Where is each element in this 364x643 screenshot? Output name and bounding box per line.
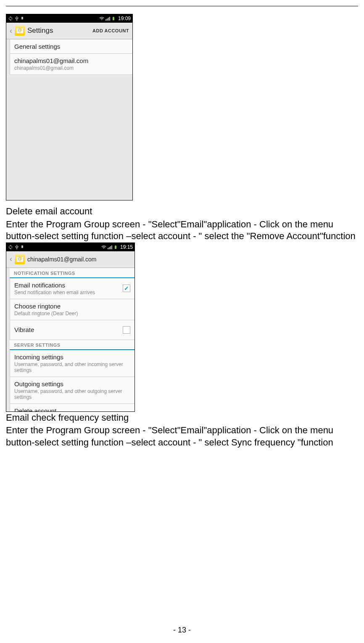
screenshot-account-settings: 19:15 ‹ chinapalms01@gmail.com NOTIFICAT… (6, 242, 135, 412)
vibrate-item[interactable]: Vibrate (10, 320, 135, 340)
signal-icon (106, 16, 110, 21)
usb-icon (14, 245, 19, 250)
vibrate-title: Vibrate (14, 326, 34, 333)
incoming-sub: Username, password, and other incoming s… (14, 361, 130, 373)
add-account-button[interactable]: ADD ACCOUNT (92, 28, 129, 33)
battery-icon (111, 16, 116, 21)
general-settings-item[interactable]: General settings (10, 40, 132, 54)
email-notifications-item[interactable]: Email notifications Send notification wh… (10, 278, 135, 299)
header-bar: ‹ Settings ADD ACCOUNT (6, 23, 132, 40)
delete-email-body: Enter the Program Group screen - "Select… (6, 219, 358, 242)
account-sub: chinapalms01@gmail.com (14, 65, 128, 71)
email-freq-body: Enter the Program Group screen - "Select… (6, 424, 358, 448)
status-bar: 19:09 (6, 14, 132, 23)
wifi-icon (101, 245, 106, 250)
ringtone-sub: Default ringtone (Dear Deer) (14, 311, 130, 316)
usb-icon (14, 16, 19, 21)
header-title-2: chinapalms01@gmail.com (27, 256, 96, 263)
vibrate-checkbox[interactable] (123, 326, 130, 334)
incoming-title: Incoming settings (14, 353, 130, 361)
back-chevron-icon[interactable]: ‹ (10, 255, 12, 264)
ringtone-title: Choose ringtone (14, 303, 130, 310)
status-time: 19:09 (118, 16, 131, 21)
sync-icon (8, 16, 13, 21)
account-item[interactable]: chinapalms01@gmail.com chinapalms01@gmai… (10, 54, 132, 75)
status-time-2: 19:15 (120, 244, 133, 250)
outgoing-settings-item[interactable]: Outgoing settings Username, password, an… (10, 377, 135, 404)
debug-icon (21, 16, 26, 21)
email-notif-title: Email notifications (14, 282, 95, 289)
delete-account-item[interactable]: Delete account (10, 404, 135, 411)
page-number: - 13 - (0, 626, 364, 635)
outgoing-title: Outgoing settings (14, 380, 130, 387)
server-settings-header: SERVER SETTINGS (10, 340, 135, 350)
email-notif-checkbox[interactable]: ✓ (123, 285, 130, 292)
debug-icon (21, 245, 26, 250)
general-settings-label: General settings (14, 43, 128, 50)
delete-email-heading: Delete email account (6, 206, 358, 218)
sync-icon (8, 245, 13, 250)
top-divider (6, 6, 358, 6)
check-icon: ✓ (124, 285, 129, 292)
ringtone-item[interactable]: Choose ringtone Default ringtone (Dear D… (10, 299, 135, 320)
notification-settings-header: NOTIFICATION SETTINGS (10, 268, 135, 278)
wifi-icon (99, 16, 104, 21)
header-title: Settings (27, 26, 53, 35)
email-app-icon (15, 254, 25, 264)
email-freq-heading: Email check frequency setting (6, 412, 358, 424)
back-chevron-icon[interactable]: ‹ (10, 26, 12, 35)
outgoing-sub: Username, password, and other outgoing s… (14, 388, 130, 400)
status-bar-2: 19:15 (6, 243, 135, 251)
email-notif-sub: Send notification when email arrives (14, 290, 95, 295)
empty-area (6, 75, 132, 200)
svg-rect-1 (21, 245, 23, 248)
signal-icon (108, 245, 112, 249)
header-bar-2: ‹ chinapalms01@gmail.com (6, 251, 135, 268)
email-app-icon (15, 26, 25, 36)
account-title: chinapalms01@gmail.com (14, 57, 128, 64)
svg-rect-0 (21, 17, 23, 19)
screenshot-settings: 19:09 ‹ Settings ADD ACCOUNT General set… (6, 14, 133, 200)
battery-icon (113, 245, 118, 250)
incoming-settings-item[interactable]: Incoming settings Username, password, an… (10, 350, 135, 377)
